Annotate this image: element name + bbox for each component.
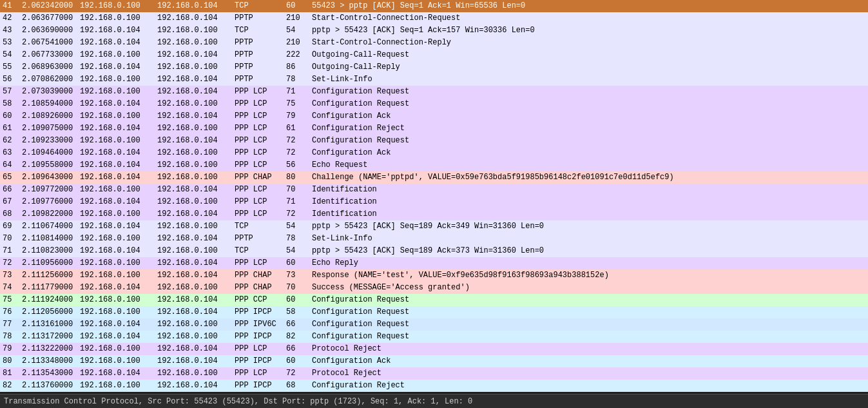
table-row[interactable]: 632.109464000192.168.0.104192.168.0.100P… bbox=[0, 147, 868, 159]
table-row[interactable]: 812.113543000192.168.0.104192.168.0.100P… bbox=[0, 367, 868, 380]
table-row[interactable]: 622.109233000192.168.0.100192.168.0.104P… bbox=[0, 135, 868, 147]
table-row[interactable]: 752.111924000192.168.0.100192.168.0.104P… bbox=[0, 294, 868, 306]
table-row[interactable]: 542.067733000192.168.0.100192.168.0.104P… bbox=[0, 49, 868, 61]
table-row[interactable]: 662.109772000192.168.0.100192.168.0.104P… bbox=[0, 184, 868, 196]
table-row[interactable]: 582.108594000192.168.0.104192.168.0.100P… bbox=[0, 98, 868, 110]
table-row[interactable]: 722.110956000192.168.0.100192.168.0.104P… bbox=[0, 257, 868, 269]
table-row[interactable]: 682.109822000192.168.0.100192.168.0.104P… bbox=[0, 208, 868, 220]
table-row[interactable]: 532.067541000192.168.0.104192.168.0.100P… bbox=[0, 37, 868, 49]
table-row[interactable]: 792.113222000192.168.0.100192.168.0.104P… bbox=[0, 343, 868, 355]
table-row[interactable]: 772.113161000192.168.0.104192.168.0.100P… bbox=[0, 318, 868, 331]
status-bar: Transmission Control Protocol, Src Port:… bbox=[0, 394, 868, 408]
table-row[interactable]: 412.062342000192.168.0.100192.168.0.104T… bbox=[0, 0, 868, 12]
table-row[interactable]: 562.070862000192.168.0.100192.168.0.104P… bbox=[0, 73, 868, 86]
table-row[interactable]: 672.109776000192.168.0.104192.168.0.100P… bbox=[0, 196, 868, 208]
table-row[interactable]: 702.110814000192.168.0.100192.168.0.104P… bbox=[0, 233, 868, 245]
table-row[interactable]: 642.109558000192.168.0.104192.168.0.100P… bbox=[0, 159, 868, 171]
table-row[interactable]: 732.111256000192.168.0.100192.168.0.104P… bbox=[0, 269, 868, 282]
table-row[interactable]: 602.108926000192.168.0.100192.168.0.104P… bbox=[0, 110, 868, 122]
table-row[interactable]: 612.109075000192.168.0.104192.168.0.100P… bbox=[0, 122, 868, 135]
table-row[interactable]: 572.073039000192.168.0.100192.168.0.104P… bbox=[0, 86, 868, 98]
table-row[interactable]: 432.063690000192.168.0.104192.168.0.100T… bbox=[0, 24, 868, 37]
table-row[interactable]: 692.110674000192.168.0.104192.168.0.100T… bbox=[0, 220, 868, 233]
table-row[interactable]: 802.113348000192.168.0.100192.168.0.104P… bbox=[0, 355, 868, 367]
status-text: Transmission Control Protocol, Src Port:… bbox=[4, 397, 472, 406]
table-row[interactable]: 762.112056000192.168.0.100192.168.0.104P… bbox=[0, 306, 868, 318]
table-row[interactable]: 422.063677000192.168.0.100192.168.0.104P… bbox=[0, 12, 868, 24]
table-row[interactable]: 652.109643000192.168.0.104192.168.0.100P… bbox=[0, 171, 868, 184]
table-row[interactable]: 552.068963000192.168.0.104192.168.0.100P… bbox=[0, 61, 868, 73]
table-row[interactable]: 742.111779000192.168.0.104192.168.0.100P… bbox=[0, 282, 868, 294]
packet-list: 412.062342000192.168.0.100192.168.0.104T… bbox=[0, 0, 868, 394]
table-row[interactable]: 822.113760000192.168.0.100192.168.0.104P… bbox=[0, 380, 868, 392]
table-row[interactable]: 712.110823000192.168.0.104192.168.0.100T… bbox=[0, 245, 868, 257]
table-row[interactable]: 782.113172000192.168.0.104192.168.0.100P… bbox=[0, 331, 868, 343]
packet-table: 412.062342000192.168.0.100192.168.0.104T… bbox=[0, 0, 868, 392]
